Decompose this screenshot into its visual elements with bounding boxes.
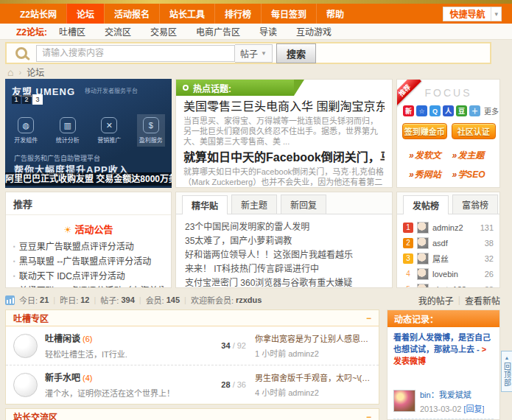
newest-member-link[interactable]: rzxdus: [236, 295, 262, 304]
list-item[interactable]: 联动天下 IDC点评评分活动: [13, 269, 164, 284]
community-verify-button[interactable]: 社区认证: [452, 123, 497, 139]
hot-topic-item[interactable]: 就算如日中天的Facebook倒闭关门，马克·扎 就算哪天如日中天的Facebo…: [176, 147, 392, 188]
table-row[interactable]: 4 lovebin 26: [403, 266, 494, 281]
slideshow-page-2[interactable]: 2: [22, 95, 31, 104]
qzone-icon[interactable]: ☆: [416, 105, 427, 116]
reply-link[interactable]: [回复]: [463, 405, 484, 413]
renren-icon[interactable]: 人: [443, 105, 454, 116]
collapse-icon[interactable]: −: [366, 412, 371, 420]
subnav-item-tucao[interactable]: 吐槽区: [59, 25, 85, 38]
forum-description: 轻松吐槽生活，IT行业.: [45, 348, 196, 360]
slideshow-page-3[interactable]: 3: [32, 94, 43, 105]
nav-item-daily-checkin[interactable]: 每日签到: [261, 4, 316, 24]
post-softarticle-link[interactable]: 发软文: [409, 148, 452, 161]
open-shop-link[interactable]: 开网店: [452, 186, 496, 188]
nav-item-forum[interactable]: 论坛: [66, 4, 104, 24]
tab-post-ranking[interactable]: 发帖榜: [403, 195, 449, 214]
search-bar: 帖子 ▼ 搜索: [5, 42, 491, 64]
breadcrumb-current[interactable]: 论坛: [27, 66, 44, 78]
hot-topic-item[interactable]: 美国零售三巨头电商入华 围剿淘宝京东 当百思买、家得宝、万得城等一批连锁巨头铩羽…: [176, 96, 392, 147]
subnav-item-ecommerce-ads[interactable]: 电商广告区: [196, 25, 240, 38]
forum-bubble-icon: [13, 373, 38, 397]
nav-item-activity-signup[interactable]: 活动报名: [104, 4, 159, 24]
nav-item-home[interactable]: Z2站长网: [10, 4, 66, 24]
learn-seo-link[interactable]: 学SEO: [452, 167, 496, 180]
tab-digest-posts[interactable]: 精华贴: [182, 195, 228, 214]
table-row[interactable]: 1 adminz2 131: [403, 220, 494, 235]
avatar: [417, 284, 429, 289]
post-trade-link[interactable]: 发交易: [409, 186, 452, 188]
quick-nav-button[interactable]: 快捷导航 ▾: [443, 7, 502, 21]
tab-new-threads[interactable]: 新主题: [231, 195, 277, 214]
share-more-icon[interactable]: ＋: [469, 105, 480, 116]
hot-topic-title[interactable]: 美国零售三巨头电商入华 围剿淘宝京东: [183, 99, 385, 114]
post-thread-link[interactable]: 发主题: [452, 148, 496, 161]
back-to-top-button[interactable]: ▲ 回顶部: [501, 351, 512, 392]
list-item[interactable]: 23个中国民间发明家的雷人发明: [185, 220, 383, 234]
signin-earn-coins-button[interactable]: 签到赚金币: [402, 123, 447, 139]
category-webmaster-exchange: 站长交流区 − 软文区(3) SEO软文，站长软文免费发布！ 54 / 65 青…: [5, 408, 379, 420]
avatar[interactable]: [393, 390, 415, 412]
tencent-weibo-icon[interactable]: Q: [429, 105, 441, 116]
last-post-title[interactable]: 男生宿舍版千手观音，太叼~\(≥▽ ...: [255, 371, 371, 383]
tab-rich-ranking[interactable]: 富翁榜: [452, 195, 498, 214]
activity-text[interactable]: bin：我爱斌斌: [420, 390, 484, 400]
stats-welcome-label: 欢迎新会员:: [191, 294, 234, 306]
my-posts-link[interactable]: 我的帖子: [418, 294, 454, 307]
slideshow-page-1[interactable]: 1: [12, 95, 21, 104]
nav-item-help[interactable]: 帮助: [316, 4, 354, 24]
forum-stats-bar: 今日: 21 | 昨日: 12 | 帖子: 394 | 会员: 145 | 欢迎…: [5, 293, 500, 307]
douban-icon[interactable]: 豆: [456, 105, 467, 116]
table-row[interactable]: 5 gbote123 23: [403, 281, 494, 288]
chevron-down-icon[interactable]: ▾: [491, 7, 501, 21]
category-tucao-zone: 吐槽专区 − 吐槽闲谈(6) 轻松吐槽生活，IT行业. 34 / 92 你拿出宽…: [5, 309, 379, 405]
category-title[interactable]: 吐槽专区: [13, 312, 49, 324]
nav-item-webmaster-tools[interactable]: 站长工具: [159, 4, 214, 24]
subnav-item-guide[interactable]: 导读: [259, 25, 277, 38]
forum-name[interactable]: 吐槽闲谈: [45, 334, 80, 344]
home-icon[interactable]: ⌂: [7, 66, 13, 78]
list-item[interactable]: 支付宝泄密门 360浏览器与谷歌有重大嫌疑: [185, 276, 383, 288]
sina-weibo-icon[interactable]: 新: [403, 105, 414, 116]
show-site-link[interactable]: 秀网站: [409, 167, 452, 180]
sun-icon: ☀: [64, 225, 72, 235]
slideshow-caption[interactable]: 阿里巴巴正式收购友盟 交易金额达8000万美: [5, 172, 172, 186]
list-item[interactable]: 来来！ IT科技热门传言辟谣进行中: [185, 262, 383, 276]
subnav-item-trade[interactable]: 交易区: [150, 25, 177, 38]
list-item[interactable]: 美橙互联IDC点评评分活动（上海美橙科技）: [13, 284, 164, 288]
forum-row-newbie-water[interactable]: 新手水吧(4) 灌个水，证明你还活在这个世界上！ 28 / 36 男生宿舍版千手…: [6, 365, 379, 404]
list-item[interactable]: 豆豆果广告联盟点评评分活动: [13, 239, 164, 254]
digest-list: 23个中国民间发明家的雷人发明 35太难了，国产小萝莉调教 好和谐两位领导人！！…: [176, 214, 392, 288]
ranking-list: 1 adminz2 131 2 asdf 38 3 屌丝 32 4 lovebi…: [397, 214, 499, 288]
hot-topic-title[interactable]: 就算如日中天的Facebook倒闭关门，马克·扎: [183, 150, 385, 165]
more-link[interactable]: 更多: [484, 105, 499, 116]
search-input[interactable]: [36, 45, 235, 62]
table-row[interactable]: 3 屌丝 32: [403, 251, 494, 266]
forum-name[interactable]: 新手水吧: [45, 373, 80, 383]
forum-category-column: 吐槽专区 − 吐槽闲谈(6) 轻松吐槽生活，IT行业. 34 / 92 你拿出宽…: [5, 309, 379, 420]
activity-intro: 看着别人发微博，是否自己也想试试，那就马上去 - > 发表微博: [387, 327, 499, 367]
list-item[interactable]: 黑马联盟 --广告联盟点评评分活动: [13, 254, 164, 269]
view-new-posts-link[interactable]: 查看新帖: [465, 294, 500, 307]
banner-feature-stats: ▥ 统计分析: [54, 114, 82, 147]
search-scope-label: 帖子: [240, 47, 258, 60]
list-item[interactable]: 好和谐两位领导人！！这张图片我越看越乐: [185, 248, 383, 262]
hot-topic-desc: 当百思买、家得宝、万得城等一批连锁巨头铩羽而归，另一批巨头们窥伺良久终忍不住出手…: [183, 116, 385, 147]
last-post-title[interactable]: 你拿出宽容是为了让别人感恩你的 ...: [255, 332, 371, 344]
category-title[interactable]: 站长交流区: [13, 410, 57, 420]
ad-slideshow-banner[interactable]: 友盟 UMENG 移动开发者服务平台 1 2 3 ◍ 开发组件 ▥ 统计分析 ✕…: [5, 79, 172, 188]
search-scope-select[interactable]: 帖子 ▼: [235, 44, 273, 63]
activity-log-panel: 动态记录： 看着别人发微博，是否自己也想试试，那就马上去 - > 发表微博 bi…: [387, 309, 500, 420]
collapse-icon[interactable]: −: [366, 313, 371, 323]
list-item: bin：我爱斌斌 2013-03-02 [回复]: [393, 385, 494, 419]
subnav-item-games[interactable]: 互动游戏: [296, 25, 332, 38]
focus-quick-links: 发软文 发主题 秀网站 学SEO 发交易 开网店: [397, 139, 499, 188]
forum-row-tucao-chat[interactable]: 吐槽闲谈(6) 轻松吐槽生活，IT行业. 34 / 92 你拿出宽容是为了让别人…: [6, 326, 379, 365]
nav-item-ranking[interactable]: 排行榜: [214, 4, 261, 24]
tab-new-replies[interactable]: 新回复: [281, 195, 326, 214]
table-row[interactable]: 2 asdf 38: [403, 235, 494, 251]
search-button[interactable]: 搜索: [276, 43, 316, 63]
last-post-meta: 4 小时前 adminz2: [255, 386, 371, 398]
subnav-item-exchange[interactable]: 交流区: [105, 25, 131, 38]
list-item[interactable]: 35太难了，国产小萝莉调教: [185, 234, 383, 248]
